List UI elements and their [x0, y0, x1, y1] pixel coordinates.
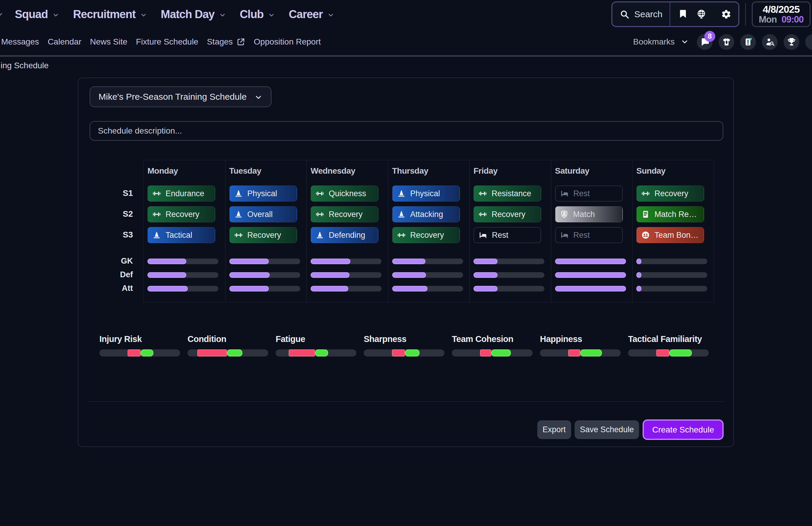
intensity-bar[interactable]: [310, 272, 381, 278]
squad-kit-button[interactable]: [719, 34, 734, 50]
session-pill-endurance[interactable]: Endurance: [147, 186, 215, 201]
export-button[interactable]: Export: [537, 420, 571, 439]
session-pill-recovery[interactable]: Recovery: [310, 206, 378, 222]
metric-delta-negative: [128, 350, 141, 356]
footer-divider: [88, 401, 725, 402]
toolbar-link-calendar[interactable]: Calendar: [48, 37, 82, 47]
nav-item-club[interactable]: Club: [240, 8, 275, 21]
schedule-description-input[interactable]: [90, 121, 723, 141]
intensity-bar[interactable]: [392, 272, 463, 278]
intensity-bar[interactable]: [147, 272, 218, 278]
intensity-bar[interactable]: [147, 258, 218, 264]
dumbbell-icon: [234, 231, 243, 240]
intensity-bar[interactable]: [636, 286, 707, 292]
topbar-right: Search 4/8/2025 Mon 09:00: [611, 1, 811, 27]
session-pill-team-bondi[interactable]: Team Bondi…: [636, 227, 704, 243]
intensity-bar[interactable]: [392, 258, 463, 264]
session-pill-attacking[interactable]: Attacking: [392, 206, 460, 222]
intensity-bar[interactable]: [310, 286, 381, 292]
intensity-bar[interactable]: [310, 258, 381, 264]
session-pill-recovery[interactable]: Recovery: [636, 186, 704, 201]
intensity-bar[interactable]: [474, 272, 545, 278]
toolbar-link-fixture-schedule[interactable]: Fixture Schedule: [136, 37, 198, 47]
intensity-bar[interactable]: [555, 286, 626, 292]
session-pill-quickness[interactable]: Quickness: [310, 186, 378, 201]
intensity-bar[interactable]: [229, 272, 300, 278]
nav-item-match-day[interactable]: Match Day: [161, 8, 226, 21]
toolbar-link-opposition-report[interactable]: Opposition Report: [254, 37, 321, 47]
jersey-icon: [722, 37, 731, 47]
chevron-down-icon: [140, 12, 147, 19]
intensity-bar[interactable]: [229, 286, 300, 292]
intensity-bar-fill: [392, 286, 428, 292]
intensity-bar-fill: [636, 286, 641, 292]
intensity-bar[interactable]: [229, 258, 300, 264]
session-pill-match-review[interactable]: Match Review: [636, 206, 704, 222]
schedule-name-select[interactable]: Mike's Pre-Season Training Schedule: [90, 86, 272, 107]
metric-delta-negative: [568, 350, 580, 356]
session-pill-recovery[interactable]: Recovery: [147, 206, 215, 222]
competitions-button[interactable]: [784, 34, 799, 50]
session-pill-rest[interactable]: Rest: [555, 186, 623, 201]
intensity-bar-fill: [474, 258, 497, 264]
toolbar-link-news-site[interactable]: News Site: [90, 37, 127, 47]
intensity-bar[interactable]: [555, 272, 626, 278]
session-pill-defending[interactable]: Defending: [310, 227, 378, 243]
metric-label: Sharpness: [364, 334, 445, 344]
session-pill-recovery[interactable]: Recovery: [229, 227, 297, 243]
session-pill-physical[interactable]: Physical: [392, 186, 460, 201]
session-pill-rest[interactable]: Rest: [474, 227, 541, 243]
metric-label: Injury Risk: [99, 334, 180, 344]
bookmark-button[interactable]: [678, 9, 688, 20]
session-pill-physical[interactable]: Physical: [229, 186, 297, 201]
intensity-bar[interactable]: [636, 272, 707, 278]
nav-item-recruitment[interactable]: Recruitment: [73, 8, 147, 21]
day-header: Friday: [474, 166, 551, 186]
intensity-bar[interactable]: [636, 258, 707, 264]
toolbar-link-stages[interactable]: Stages: [207, 37, 245, 47]
session-pill-tactical[interactable]: Tactical: [147, 227, 215, 243]
save-schedule-button[interactable]: Save Schedule: [575, 420, 639, 439]
top-nav: SquadRecruitmentMatch DayClubCareer Sear…: [0, 0, 812, 28]
session-pill-match[interactable]: Match: [555, 206, 623, 222]
intensity-bar-fill: [229, 286, 269, 292]
session-pill-recovery[interactable]: Recovery: [474, 206, 541, 222]
toolbar-link-messages[interactable]: Messages: [1, 37, 39, 47]
search-icon: [620, 9, 629, 19]
session-label: Recovery: [654, 189, 688, 198]
session-row-label: S1: [110, 185, 133, 201]
search-button[interactable]: Search: [612, 2, 670, 26]
session-pill-resistance[interactable]: Resistance: [474, 186, 541, 201]
session-pill-rest[interactable]: Rest: [555, 227, 623, 243]
intensity-bar[interactable]: [474, 258, 545, 264]
metric-delta-positive: [669, 350, 692, 356]
nav-item-career[interactable]: Career: [289, 8, 334, 21]
session-label: Defending: [329, 231, 365, 240]
sub-nav: MessagesCalendarNews SiteFixture Schedul…: [0, 28, 812, 55]
intensity-bar[interactable]: [555, 258, 626, 264]
world-button[interactable]: [696, 9, 706, 20]
create-schedule-button[interactable]: Create Schedule: [642, 420, 724, 440]
session-label: Overall: [247, 210, 273, 219]
edge-partial-button[interactable]: [805, 34, 812, 50]
messages-button[interactable]: 8: [697, 34, 713, 50]
session-label: Recovery: [492, 210, 525, 219]
intensity-bar[interactable]: [147, 286, 218, 292]
nav-item-squad[interactable]: Squad: [15, 8, 59, 21]
session-label: Match Review: [654, 210, 699, 219]
date-time-continue[interactable]: 4/8/2025 Mon 09:00: [752, 1, 811, 27]
intensity-bar[interactable]: [474, 286, 545, 292]
settings-button[interactable]: [714, 2, 738, 26]
globe-icon: [696, 9, 706, 19]
scouting-button[interactable]: [762, 34, 778, 50]
session-pill-recovery[interactable]: Recovery: [392, 227, 460, 243]
cone-icon: [234, 210, 243, 219]
intensity-bar-fill: [310, 286, 348, 292]
cone-icon: [397, 189, 406, 198]
session-pill-overall[interactable]: Overall: [229, 206, 297, 222]
bookmarks-dropdown[interactable]: Bookmarks: [631, 37, 691, 47]
metric-bar: [276, 350, 356, 356]
player-status-button[interactable]: [740, 34, 756, 50]
bed-icon: [560, 189, 569, 198]
intensity-bar[interactable]: [392, 286, 463, 292]
